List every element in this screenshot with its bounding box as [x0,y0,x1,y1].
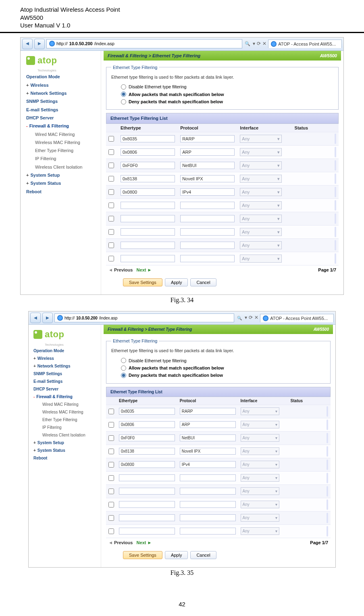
radio-deny-input[interactable] [121,373,126,378]
protocol-input[interactable] [180,514,236,521]
ethertype-input[interactable] [121,228,175,236]
protocol-input[interactable] [180,215,235,222]
apply-button[interactable]: Apply [165,551,188,559]
interface-select[interactable]: Any▾ [241,527,279,535]
sidebar-item-network-settings[interactable]: +Network Settings [26,89,98,97]
sidebar-item-snmp-settings[interactable]: SNMP Settings [33,370,98,378]
interface-select[interactable]: Any▾ [240,201,281,209]
row-checkbox[interactable] [108,515,114,521]
sidebar-item-wireless-client-isolation[interactable]: Wireless Client Isolation [33,431,98,439]
row-checkbox[interactable] [108,409,114,414]
sidebar-item-firewall-filtering[interactable]: -Firewall & Filtering [26,122,98,130]
sidebar-item-ip-filtering[interactable]: IP Filtering [26,155,98,163]
sidebar-item-wired-mac-filtering[interactable]: Wired MAC Filtering [26,130,98,138]
nav-back-button[interactable]: ◄ [22,39,33,49]
protocol-input[interactable] [180,488,236,495]
sidebar-item-snmp-settings[interactable]: SNMP Settings [26,97,98,105]
sidebar-item-dhcp-server[interactable]: DHCP Server [33,385,98,393]
sidebar-item-wireless-mac-filtering[interactable]: Wireless MAC Filtering [26,138,98,146]
sidebar-item-wireless-mac-filtering[interactable]: Wireless MAC Filtering [33,408,98,416]
sidebar-item-ether-type-filtering[interactable]: Ether Type Filtering [33,416,98,424]
sidebar-item-system-setup[interactable]: +System Setup [33,439,98,447]
sidebar-item-reboot[interactable]: Reboot [33,454,98,462]
sidebar-item-dhcp-server[interactable]: DHCP Server [26,114,98,122]
nav-back-button[interactable]: ◄ [30,313,41,323]
interface-select[interactable]: Any▾ [241,487,279,495]
ethertype-input[interactable] [119,501,175,508]
ethertype-input[interactable] [121,148,175,156]
refresh-icon[interactable]: ⟳ [249,315,253,321]
pager-previous[interactable]: Previous [114,267,133,272]
sidebar-item-operation-mode[interactable]: Operation Mode [33,347,98,355]
ethertype-input[interactable] [119,488,175,495]
sidebar-item-wireless[interactable]: +Wireless [33,355,98,362]
sidebar-item-firewall-filtering[interactable]: -Firewall & Filtering [33,393,98,401]
interface-select[interactable]: Any▾ [241,447,279,455]
sidebar-item-network-settings[interactable]: +Network Settings [33,362,98,370]
protocol-input[interactable] [180,528,236,535]
interface-select[interactable]: Any▾ [241,434,279,442]
protocol-input[interactable] [180,255,235,262]
ethertype-input[interactable] [121,242,175,249]
sidebar-item-wireless-client-isolation[interactable]: Wireless Client Isolation [26,163,98,171]
stop-icon[interactable]: ✕ [262,41,266,47]
cancel-button[interactable]: Cancel [190,551,216,559]
interface-select[interactable]: Any▾ [241,461,279,468]
protocol-input[interactable] [180,242,235,249]
sidebar-item-ip-filtering[interactable]: IP Filtering [33,424,98,431]
ethertype-input[interactable] [119,474,175,481]
ethertype-input[interactable] [119,434,175,441]
pager-next[interactable]: Next [137,267,146,272]
row-checkbox[interactable] [108,242,114,248]
protocol-input[interactable] [180,501,236,508]
address-bar[interactable]: http://10.0.50.200/index.asp [46,39,242,48]
interface-select[interactable]: Any▾ [240,161,281,169]
ethertype-input[interactable] [119,448,175,455]
ethertype-input[interactable] [121,188,175,196]
radio-disable-input[interactable] [121,358,126,363]
protocol-input[interactable] [180,421,236,428]
ethertype-input[interactable] [119,421,175,428]
protocol-input[interactable] [180,461,236,468]
row-checkbox[interactable] [108,528,114,534]
sidebar-item-operation-mode[interactable]: Operation Mode [26,73,98,81]
pager-next[interactable]: Next [137,540,146,545]
sidebar-item-reboot[interactable]: Reboot [26,188,98,196]
stop-icon[interactable]: ✕ [254,315,258,321]
ethertype-input[interactable] [121,202,175,209]
interface-select[interactable]: Any▾ [240,241,281,249]
row-checkbox[interactable] [108,176,114,182]
radio-deny[interactable]: Deny packets that match specification be… [111,372,325,379]
radio-disable-input[interactable] [121,84,126,90]
save-settings-button[interactable]: Save Settings [123,278,162,286]
nav-forward-button[interactable]: ► [34,39,45,49]
row-checkbox[interactable] [108,189,114,195]
interface-select[interactable]: Any▾ [241,514,279,522]
ethertype-input[interactable] [121,215,175,222]
ethertype-input[interactable] [119,461,175,468]
interface-select[interactable]: Any▾ [241,407,279,415]
sidebar-item-wired-mac-filtering[interactable]: Wired MAC Filtering [33,401,98,408]
row-checkbox[interactable] [108,163,114,168]
refresh-icon[interactable]: ⟳ [257,41,261,47]
sidebar-item-system-status[interactable]: +System Status [33,447,98,454]
interface-select[interactable]: Any▾ [240,135,281,143]
radio-disable[interactable]: Disable Ethernet type filtering [111,357,325,364]
radio-deny[interactable]: Deny packets that match specification be… [111,98,333,105]
row-checkbox[interactable] [108,149,114,155]
protocol-input[interactable] [180,434,236,441]
nav-forward-button[interactable]: ► [42,313,53,323]
sidebar-item-wireless[interactable]: +Wireless [26,81,98,89]
protocol-input[interactable] [180,188,235,196]
dropdown-icon[interactable]: ▾ [245,315,247,321]
radio-allow[interactable]: Allow packets that match specification b… [111,91,333,98]
interface-select[interactable]: Any▾ [240,175,281,183]
sidebar-item-system-status[interactable]: +System Status [26,179,98,187]
ethertype-input[interactable] [121,175,175,182]
row-checkbox[interactable] [108,422,114,428]
interface-select[interactable]: Any▾ [240,188,281,196]
protocol-input[interactable] [180,148,235,156]
interface-select[interactable]: Any▾ [241,474,279,482]
protocol-input[interactable] [180,202,235,209]
save-settings-button[interactable]: Save Settings [123,551,162,559]
